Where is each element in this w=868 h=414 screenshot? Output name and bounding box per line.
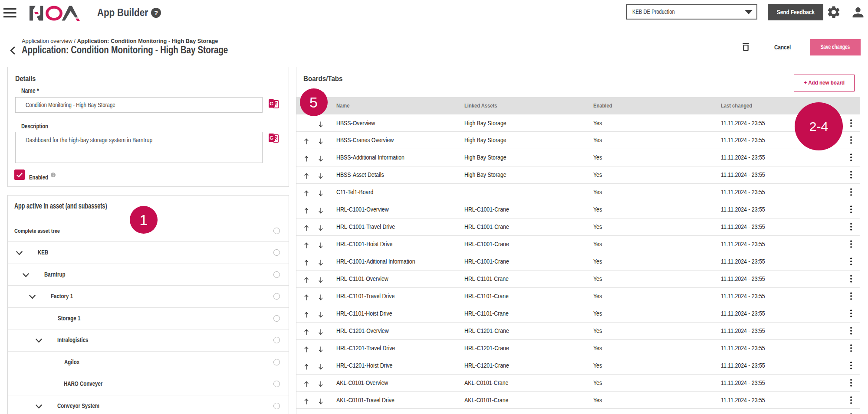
- svg-text:G: G: [270, 135, 273, 140]
- svg-text:G: G: [270, 101, 273, 106]
- svg-text:?: ?: [154, 9, 158, 16]
